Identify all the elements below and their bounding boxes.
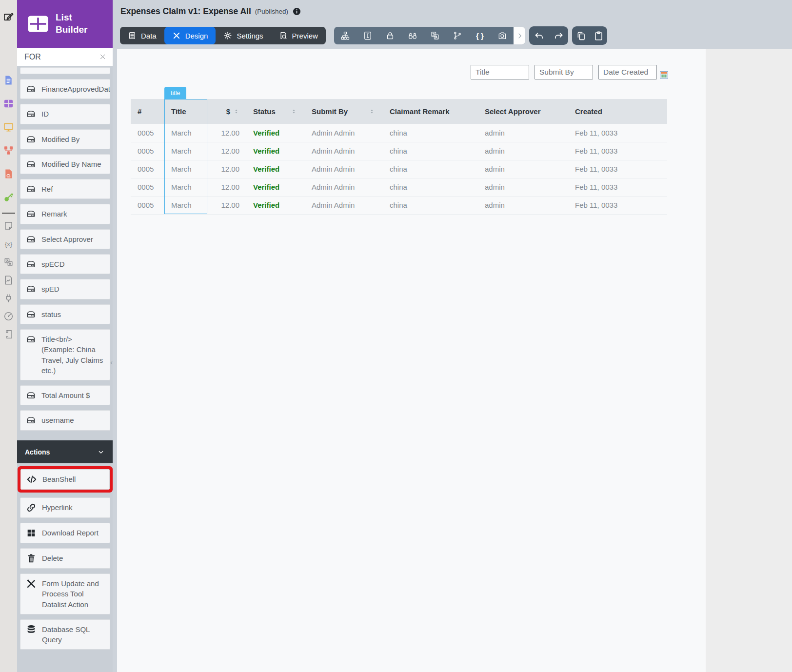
- action-item[interactable]: Form Update and Process Tool Datalist Ac…: [20, 573, 110, 614]
- cell: Verified: [246, 124, 305, 142]
- field-item-label: ID: [41, 109, 49, 119]
- preview-icon: [279, 31, 288, 40]
- cell: admin: [478, 196, 568, 214]
- column-header[interactable]: Title: [164, 99, 207, 124]
- monitor-icon[interactable]: [2, 121, 15, 133]
- field-item[interactable]: ID: [20, 104, 110, 124]
- camera-icon[interactable]: [491, 27, 514, 44]
- field-item[interactable]: FinanceApprovedDate: [20, 79, 110, 99]
- action-item[interactable]: Database SQL Query: [20, 619, 110, 650]
- paste-icon[interactable]: [590, 26, 607, 45]
- column-header-inner: Select Approver: [485, 107, 568, 116]
- action-item[interactable]: Download Report: [20, 523, 110, 543]
- scroll-icon[interactable]: [2, 328, 15, 340]
- cell: 0005: [131, 142, 164, 160]
- cell: March: [164, 196, 207, 214]
- field-item[interactable]: Remark: [20, 204, 110, 224]
- column-header-inner: Created: [575, 107, 667, 116]
- field-item[interactable]: spECD: [20, 254, 110, 274]
- cell: March: [164, 160, 207, 178]
- key-icon[interactable]: [2, 191, 15, 203]
- sidebar: List Builder FinanceApprovedDateIDModifi…: [17, 0, 113, 672]
- action-item[interactable]: Hyperlink: [20, 497, 110, 518]
- flow-icon[interactable]: [2, 144, 15, 156]
- branch-icon[interactable]: [446, 27, 469, 44]
- field-item-label: spED: [41, 284, 59, 294]
- pdf-icon[interactable]: [2, 168, 15, 179]
- column-header[interactable]: Claimant Remark: [383, 99, 478, 124]
- field-item[interactable]: Modified By Name: [20, 154, 110, 174]
- sidebar-collapse-handle[interactable]: ‹: [110, 358, 113, 366]
- form-field-icon[interactable]: [356, 27, 379, 44]
- field-item[interactable]: status: [20, 304, 110, 324]
- column-header-inner: Status: [253, 107, 305, 116]
- variable-icon[interactable]: {x}: [2, 238, 15, 250]
- filter-date-created[interactable]: [598, 65, 657, 79]
- field-item[interactable]: Modified By: [20, 129, 110, 149]
- column-header[interactable]: Status: [246, 99, 305, 124]
- translate-icon[interactable]: [424, 27, 446, 44]
- column-header[interactable]: Select Approver: [478, 99, 568, 124]
- field-item-label: Total Amount $: [41, 390, 90, 400]
- document-icon[interactable]: [2, 74, 15, 86]
- sort-icon: [233, 108, 239, 115]
- tab-label: Settings: [237, 32, 263, 40]
- tab-design[interactable]: Design: [164, 27, 216, 44]
- link-icon: [26, 502, 37, 513]
- edit-icon[interactable]: [2, 11, 15, 22]
- report-icon[interactable]: [2, 274, 15, 286]
- field-item[interactable]: Title<br/> (Example: China Travel, July …: [20, 329, 110, 380]
- clear-search-icon[interactable]: [99, 53, 106, 60]
- copy-icon[interactable]: [572, 26, 590, 45]
- field-item[interactable]: Select Approver: [20, 229, 110, 249]
- tab-bar: DataDesignSettingsPreview: [120, 27, 326, 44]
- braces-icon[interactable]: { }: [469, 27, 491, 44]
- gauge-icon[interactable]: [2, 310, 15, 322]
- language-pages-icon[interactable]: [2, 256, 15, 268]
- note-icon[interactable]: [2, 220, 15, 232]
- table-icon[interactable]: [2, 98, 15, 109]
- column-search-input[interactable]: [23, 52, 95, 62]
- action-item[interactable]: BeanShell: [20, 469, 110, 490]
- field-item[interactable]: Total Amount $: [20, 385, 110, 405]
- info-icon[interactable]: [292, 7, 301, 16]
- field-item-partial[interactable]: [20, 67, 110, 74]
- redo-icon[interactable]: [549, 26, 568, 45]
- column-header[interactable]: Submit By: [305, 99, 383, 124]
- lock-icon[interactable]: [379, 27, 401, 44]
- cell: Admin Admin: [305, 124, 383, 142]
- filter-submit-by[interactable]: [535, 65, 593, 79]
- binoculars-icon[interactable]: [401, 27, 424, 44]
- field-item[interactable]: spED: [20, 279, 110, 299]
- filter-title[interactable]: [471, 65, 529, 79]
- drawer-icon: [26, 390, 36, 400]
- column-header[interactable]: Created: [568, 99, 667, 124]
- calendar-icon[interactable]: [660, 71, 668, 79]
- action-item-label: Form Update and Process Tool Datalist Ac…: [42, 578, 106, 610]
- cell: 0005: [131, 160, 164, 178]
- column-header[interactable]: #: [131, 99, 164, 124]
- undo-icon[interactable]: [529, 26, 549, 45]
- column-header[interactable]: $: [207, 99, 246, 124]
- right-filler: [706, 49, 792, 672]
- design-canvas: title #Title$StatusSubmit ByClaimant Rem…: [117, 49, 706, 672]
- toolbar-overflow-button[interactable]: [514, 27, 525, 44]
- cell: Verified: [246, 142, 305, 160]
- actions-section-header[interactable]: Actions: [17, 440, 113, 463]
- tab-preview[interactable]: Preview: [271, 27, 326, 44]
- code-icon: [26, 474, 37, 485]
- action-list: BeanShellHyperlinkDownload ReportDeleteF…: [17, 463, 113, 650]
- action-item-label: Download Report: [42, 528, 99, 538]
- published-badge: (Published): [255, 8, 288, 15]
- sitemap-icon[interactable]: [334, 27, 356, 44]
- drawer-icon: [26, 159, 36, 169]
- action-item[interactable]: Delete: [20, 548, 110, 569]
- plug-icon[interactable]: [2, 292, 15, 304]
- cell: 12.00: [207, 142, 246, 160]
- field-item[interactable]: Ref: [20, 179, 110, 199]
- tab-settings[interactable]: Settings: [216, 27, 271, 44]
- tab-data[interactable]: Data: [120, 27, 164, 44]
- cell: china: [383, 196, 478, 214]
- field-item[interactable]: username: [20, 410, 110, 430]
- cell: Verified: [246, 160, 305, 178]
